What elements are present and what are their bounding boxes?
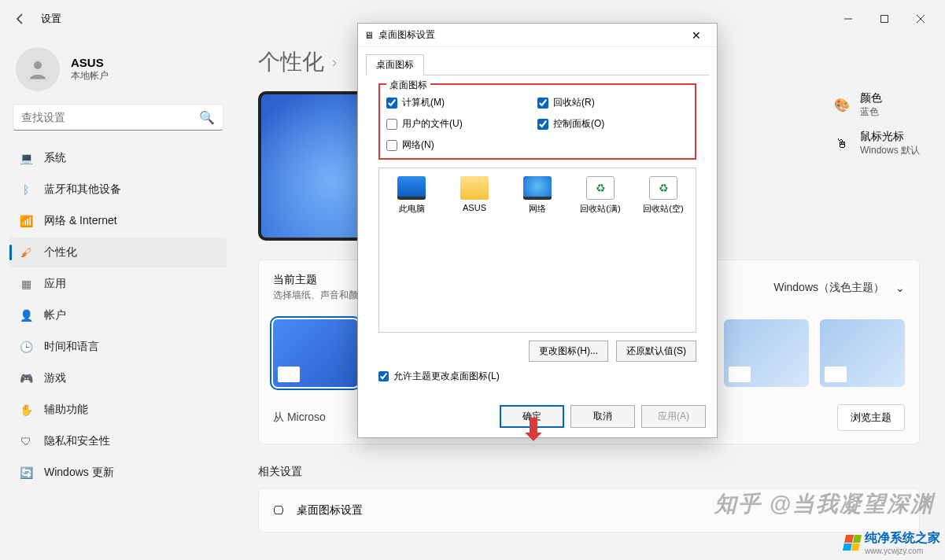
user-subtitle: 本地帐户: [71, 69, 109, 83]
theme-title: 当前主题: [273, 273, 358, 287]
desktop-icon-settings-dialog: 🖥 桌面图标设置 ✕ 桌面图标 桌面图标 计算机(M) 回收站(R) 用户的文件…: [357, 23, 718, 438]
cursor-icon: 🖱: [833, 135, 851, 153]
theme-thumb-1[interactable]: [273, 319, 358, 387]
globe-icon: [523, 176, 552, 200]
checkbox-allow-themes[interactable]: 允许主题更改桌面图标(L): [378, 370, 696, 383]
change-icon-button[interactable]: 更改图标(H)...: [529, 341, 608, 362]
watermark-zhihu: 知乎 @当我凝望深渊: [714, 489, 934, 519]
palette-icon: 🎨: [833, 97, 851, 114]
nav-accessibility[interactable]: ✋辅助功能: [9, 395, 227, 425]
maximize-button[interactable]: [866, 6, 903, 31]
monitor-icon: 🖵: [273, 504, 284, 517]
icon-group-box: 桌面图标 计算机(M) 回收站(R) 用户的文件(U) 控制面板(O) 网络(N…: [378, 83, 696, 160]
brush-icon: 🖌: [19, 245, 33, 260]
preview-thispc[interactable]: 此电脑: [387, 176, 436, 215]
nav-network[interactable]: 📶网络 & Internet: [9, 206, 227, 236]
nav-time-language[interactable]: 🕒时间和语言: [9, 332, 227, 362]
nav-apps[interactable]: ▦应用: [9, 269, 227, 299]
nav-privacy[interactable]: 🛡隐私和安全性: [9, 426, 227, 456]
recycle-full-icon: [586, 176, 615, 200]
checkbox-userfiles[interactable]: 用户的文件(U): [386, 117, 537, 131]
related-settings-title: 相关设置: [258, 465, 920, 479]
apply-button[interactable]: 应用(A): [641, 405, 706, 428]
apps-icon: ▦: [19, 277, 33, 291]
window-title: 设置: [41, 12, 61, 26]
checkbox-computer[interactable]: 计算机(M): [386, 96, 537, 109]
nav-accounts[interactable]: 👤帐户: [9, 300, 227, 330]
nav-windows-update[interactable]: 🔄Windows 更新: [9, 458, 227, 488]
nav-bluetooth[interactable]: ᛒ蓝牙和其他设备: [9, 175, 227, 204]
svg-point-2: [34, 61, 42, 69]
search-input[interactable]: [21, 111, 199, 123]
theme-selector-label[interactable]: Windows（浅色主题）: [773, 281, 884, 295]
bluetooth-icon: ᛒ: [19, 182, 33, 197]
restore-defaults-button[interactable]: 还原默认值(S): [616, 341, 696, 362]
preview-network[interactable]: 网络: [513, 176, 562, 215]
wifi-icon: 📶: [19, 214, 33, 228]
user-name: ASUS: [71, 56, 109, 69]
theme-thumb-5[interactable]: [724, 319, 809, 387]
dialog-title: 桌面图标设置: [378, 28, 435, 42]
account-icon: 👤: [19, 308, 33, 322]
checkbox-recycle[interactable]: 回收站(R): [537, 96, 688, 109]
back-button[interactable]: [6, 5, 35, 33]
chevron-right-icon: ›: [332, 54, 337, 71]
annotation-arrow: ⬇: [521, 412, 546, 447]
svg-rect-1: [881, 16, 888, 23]
browse-themes-button[interactable]: 浏览主题: [837, 404, 905, 431]
search-icon: 🔍: [199, 110, 215, 125]
clock-icon: 🕒: [19, 340, 33, 354]
option-cursor[interactable]: 🖱 鼠标光标 Windows 默认: [833, 130, 920, 157]
preview-binempty[interactable]: 回收站(空): [639, 176, 688, 215]
store-text: 从 Microso: [273, 411, 326, 425]
checkbox-control[interactable]: 控制面板(O): [537, 117, 688, 131]
preview-binfull[interactable]: 回收站(满): [576, 176, 625, 215]
system-icon: 💻: [19, 151, 33, 165]
gamepad-icon: 🎮: [19, 371, 33, 385]
nav-gaming[interactable]: 🎮游戏: [9, 363, 227, 393]
dialog-close-button[interactable]: ✕: [682, 29, 711, 42]
theme-thumb-6[interactable]: [820, 319, 905, 387]
icon-preview-box: 此电脑 ASUS 网络 回收站(满) 回收站(空): [378, 168, 696, 333]
windows-logo-icon: [843, 535, 862, 551]
group-title: 桌面图标: [386, 79, 430, 92]
cancel-button[interactable]: 取消: [570, 405, 635, 428]
recycle-empty-icon: [649, 176, 677, 200]
nav-personalization[interactable]: 🖌个性化: [9, 238, 227, 267]
monitor-icon: [397, 176, 426, 200]
preview-asus[interactable]: ASUS: [450, 176, 499, 212]
checkbox-network[interactable]: 网络(N): [386, 138, 537, 152]
theme-subtitle: 选择墙纸、声音和颜: [273, 289, 358, 302]
search-input-container[interactable]: 🔍: [13, 104, 223, 131]
minimize-button[interactable]: [830, 6, 866, 31]
close-button[interactable]: [903, 6, 939, 31]
option-color[interactable]: 🎨 颜色 蓝色: [833, 91, 920, 119]
hand-icon: ✋: [19, 403, 33, 417]
avatar: [16, 47, 60, 91]
breadcrumb-root[interactable]: 个性化: [258, 47, 324, 77]
watermark-brand: 纯净系统之家 www.ycwjzy.com: [844, 530, 940, 555]
folder-icon: [460, 176, 489, 200]
user-profile[interactable]: ASUS 本地帐户: [9, 38, 227, 104]
tab-desktop-icons[interactable]: 桌面图标: [366, 54, 424, 76]
chevron-down-icon[interactable]: ⌄: [895, 282, 905, 294]
dialog-icon: 🖥: [364, 30, 374, 41]
update-icon: 🔄: [19, 466, 33, 480]
shield-icon: 🛡: [19, 434, 33, 448]
nav-system[interactable]: 💻系统: [9, 143, 227, 173]
